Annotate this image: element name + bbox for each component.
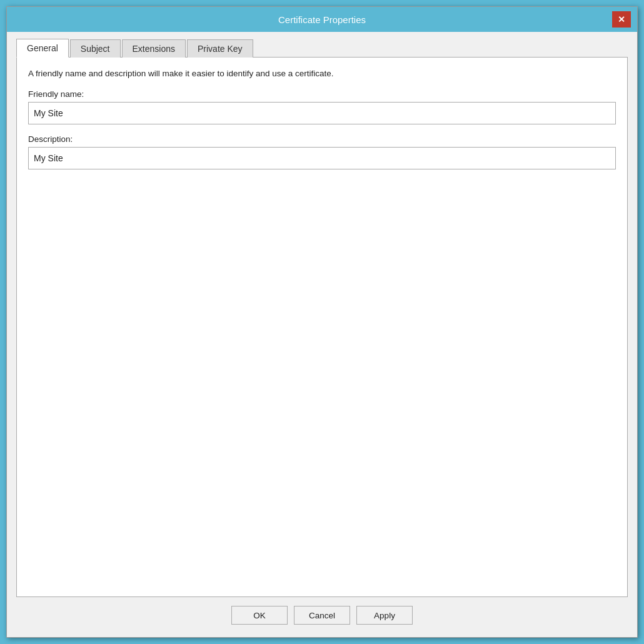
- button-row: OK Cancel Apply: [16, 597, 628, 631]
- tab-extensions[interactable]: Extensions: [122, 39, 186, 58]
- tab-subject[interactable]: Subject: [70, 39, 121, 58]
- friendly-name-label: Friendly name:: [28, 89, 616, 99]
- description-label: Description:: [28, 134, 616, 144]
- cancel-button[interactable]: Cancel: [294, 606, 350, 625]
- tab-content-general: A friendly name and description will mak…: [16, 58, 628, 597]
- friendly-name-input[interactable]: [28, 102, 616, 124]
- dialog-body: General Subject Extensions Private Key A…: [7, 32, 637, 637]
- certificate-properties-dialog: Certificate Properties ✕ General Subject…: [6, 6, 638, 638]
- title-bar: Certificate Properties ✕: [7, 7, 637, 32]
- ok-button[interactable]: OK: [231, 606, 288, 625]
- tab-bar: General Subject Extensions Private Key: [16, 38, 628, 58]
- general-description: A friendly name and description will mak…: [28, 69, 616, 78]
- tab-general[interactable]: General: [16, 39, 69, 58]
- close-button[interactable]: ✕: [612, 11, 631, 28]
- description-input[interactable]: [28, 147, 616, 169]
- tab-private-key[interactable]: Private Key: [187, 39, 253, 58]
- apply-button[interactable]: Apply: [356, 606, 413, 625]
- dialog-title: Certificate Properties: [32, 14, 612, 25]
